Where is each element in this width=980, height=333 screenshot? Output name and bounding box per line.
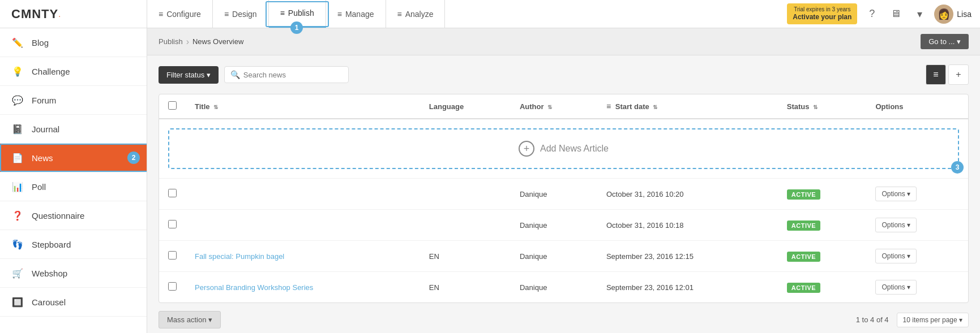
top-bar: CMNTY. Configure Design Publish Manage A…	[0, 0, 980, 28]
news-icon: 📄	[11, 152, 24, 164]
table-row: Fall special: Pumpkin bagel EN Danique S…	[159, 241, 968, 272]
status-badge: ACTIVE	[787, 220, 820, 231]
startdate-sort-icon: ⇅	[653, 104, 657, 110]
status-badge: ACTIVE	[787, 252, 820, 262]
row2-checkbox[interactable]	[168, 220, 177, 228]
row1-options-button[interactable]: Options ▾	[875, 187, 917, 201]
row3-options-button[interactable]: Options ▾	[875, 249, 917, 263]
row2-author: Danique	[511, 210, 597, 241]
sidebar-item-carousel[interactable]: 🔲 Carousel	[0, 288, 147, 317]
list-view-button[interactable]: ≡	[926, 64, 946, 85]
row3-title-link[interactable]: Fall special: Pumpkin bagel	[195, 252, 284, 261]
badge-2: 2	[127, 152, 140, 164]
author-sort-icon: ⇅	[547, 104, 552, 110]
row2-title	[186, 210, 420, 241]
help-icon[interactable]: ?	[863, 5, 881, 23]
hamburger-icon	[280, 8, 285, 18]
main-layout: ✏️ Blog 💡 Challenge 💬 Forum 📓 Journal 📄 …	[0, 28, 980, 333]
row4-status: ACTIVE	[778, 272, 867, 303]
row2-options-button[interactable]: Options ▾	[875, 218, 917, 232]
sidebar-item-blog[interactable]: ✏️ Blog	[0, 28, 147, 57]
add-news-article-button[interactable]: + Add News Article 3	[168, 128, 959, 169]
breadcrumb: Publish › News Overview Go to ... ▾	[147, 28, 980, 55]
row1-checkbox[interactable]	[168, 189, 177, 197]
username: Lisa	[957, 10, 972, 19]
logo-dot: .	[58, 10, 61, 19]
sidebar-item-questionnaire[interactable]: ❓ Questionnaire	[0, 201, 147, 230]
language-header: Language	[420, 94, 511, 119]
row4-checkbox[interactable]	[168, 282, 177, 291]
row1-language	[420, 179, 511, 210]
breadcrumb-news-overview[interactable]: News Overview	[192, 37, 243, 46]
add-article-row: + Add News Article 3	[159, 119, 968, 179]
row4-title: Personal Branding Workshop Series	[186, 272, 420, 303]
sidebar-item-forum[interactable]: 💬 Forum	[0, 86, 147, 115]
badge-1: 1	[290, 21, 303, 34]
row4-startdate: September 23, 2016 12:01	[597, 272, 778, 303]
trial-badge[interactable]: Trial expires in 3 years Activate your p…	[787, 3, 857, 24]
filter-status-button[interactable]: Filter status ▾	[159, 66, 219, 84]
sidebar-item-journal[interactable]: 📓 Journal	[0, 115, 147, 144]
content-area: Publish › News Overview Go to ... ▾ Filt…	[147, 28, 980, 333]
mass-action-button[interactable]: Mass action ▾	[159, 311, 221, 328]
news-table: Title ⇅ Language Author ⇅ Start date	[159, 94, 969, 303]
per-page-dropdown[interactable]: 10 items per page ▾	[897, 313, 969, 327]
status-badge: ACTIVE	[787, 283, 820, 293]
tab-analyze[interactable]: Analyze	[386, 0, 446, 28]
breadcrumb-publish[interactable]: Publish	[159, 37, 183, 46]
tab-configure[interactable]: Configure	[147, 0, 213, 28]
view-buttons: ≡ +	[926, 64, 969, 85]
badge-3: 3	[951, 161, 964, 174]
search-input[interactable]	[243, 71, 343, 79]
sidebar-item-webshop[interactable]: 🛒 Webshop	[0, 259, 147, 288]
monitor-icon[interactable]: 🖥	[887, 5, 905, 23]
table-header-row: Title ⇅ Language Author ⇅ Start date	[159, 94, 968, 119]
nav-tabs: Configure Design Publish Manage Analyze	[147, 0, 778, 28]
title-header[interactable]: Title ⇅	[186, 94, 420, 119]
chevron-down-icon[interactable]: ▾	[910, 5, 928, 23]
logo-area: CMNTY.	[0, 0, 147, 28]
user-area[interactable]: 👩 Lisa	[934, 5, 972, 24]
tab-design[interactable]: Design	[213, 0, 269, 28]
row3-checkbox[interactable]	[168, 251, 177, 260]
forum-icon: 💬	[11, 94, 24, 106]
sidebar-item-challenge[interactable]: 💡 Challenge	[0, 57, 147, 86]
row2-startdate: October 31, 2016 10:18	[597, 210, 778, 241]
questionnaire-icon: ❓	[11, 209, 24, 222]
sidebar-item-poll[interactable]: 📊 Poll	[0, 172, 147, 201]
sidebar-item-news[interactable]: 📄 News 2	[0, 144, 147, 172]
row2-options: Options ▾	[866, 210, 968, 241]
row4-title-link[interactable]: Personal Branding Workshop Series	[195, 283, 313, 292]
select-all-checkbox[interactable]	[168, 101, 177, 110]
table-row: Personal Branding Workshop Series EN Dan…	[159, 272, 968, 303]
stepboard-icon: 👣	[11, 238, 24, 250]
blog-icon: ✏️	[11, 36, 24, 49]
hamburger-icon	[337, 10, 342, 19]
goto-button[interactable]: Go to ... ▾	[921, 34, 969, 49]
status-header[interactable]: Status ⇅	[778, 94, 867, 119]
status-sort-icon: ⇅	[813, 104, 818, 110]
row1-author: Danique	[511, 179, 597, 210]
hamburger-icon	[224, 10, 229, 19]
author-header[interactable]: Author ⇅	[511, 94, 597, 119]
startdate-header[interactable]: Start date ⇅	[597, 94, 778, 119]
row4-checkbox-cell	[159, 272, 186, 303]
tab-manage[interactable]: Manage	[326, 0, 386, 28]
options-header: Options	[866, 94, 968, 119]
journal-icon: 📓	[11, 123, 24, 135]
row1-status: ACTIVE	[778, 179, 867, 210]
row3-startdate: September 23, 2016 12:15	[597, 241, 778, 272]
hamburger-icon	[397, 10, 402, 19]
sidebar-item-stepboard[interactable]: 👣 Stepboard	[0, 230, 147, 259]
row4-options-button[interactable]: Options ▾	[875, 280, 917, 295]
challenge-icon: 💡	[11, 65, 24, 77]
webshop-icon: 🛒	[11, 267, 24, 279]
breadcrumb-separator: ›	[186, 37, 189, 47]
row1-startdate: October 31, 2016 10:20	[597, 179, 778, 210]
top-right: Trial expires in 3 years Activate your p…	[778, 0, 980, 28]
row4-language: EN	[420, 272, 511, 303]
logo: CMNTY	[11, 7, 58, 21]
row1-title	[186, 179, 420, 210]
add-view-button[interactable]: +	[948, 64, 969, 85]
row1-checkbox-cell	[159, 179, 186, 210]
